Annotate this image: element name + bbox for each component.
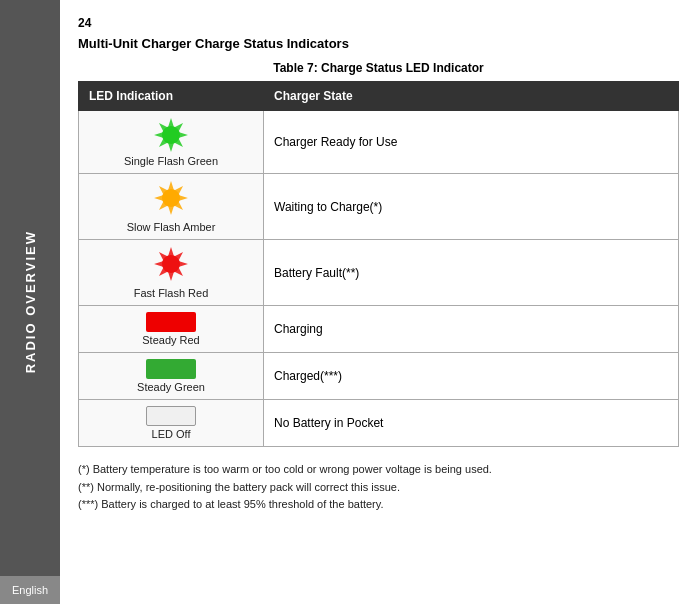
table-row: Fast Flash Red Battery Fault(**) — [79, 240, 679, 306]
state-cell: Charging — [264, 306, 679, 353]
led-label: Slow Flash Amber — [127, 221, 216, 233]
svg-point-3 — [162, 189, 180, 207]
footnote-line: (***) Battery is charged to at least 95%… — [78, 496, 679, 514]
table-row: Steady Green Charged(***) — [79, 353, 679, 400]
charge-status-table: LED Indication Charger State Single Flas… — [78, 81, 679, 447]
sidebar-bottom-label: English — [0, 576, 60, 604]
led-cell: Slow Flash Amber — [79, 174, 264, 240]
led-cell: Steady Red — [79, 306, 264, 353]
table-row: Single Flash Green Charger Ready for Use — [79, 111, 679, 174]
led-label: Fast Flash Red — [134, 287, 209, 299]
led-icon-wrap: LED Off — [89, 406, 253, 440]
led-cell: Steady Green — [79, 353, 264, 400]
state-cell: Waiting to Charge(*) — [264, 174, 679, 240]
led-label: Steady Green — [137, 381, 205, 393]
table-row: LED Off No Battery in Pocket — [79, 400, 679, 447]
led-cell: LED Off — [79, 400, 264, 447]
col-header-led: LED Indication — [79, 82, 264, 111]
state-cell: Charged(***) — [264, 353, 679, 400]
footnotes: (*) Battery temperature is too warm or t… — [78, 461, 679, 514]
led-icon-wrap: Steady Green — [89, 359, 253, 393]
led-label: Single Flash Green — [124, 155, 218, 167]
led-icon-wrap: Fast Flash Red — [89, 246, 253, 299]
state-cell: Battery Fault(**) — [264, 240, 679, 306]
table-row: Steady Red Charging — [79, 306, 679, 353]
led-icon-wrap: Steady Red — [89, 312, 253, 346]
led-cell: Fast Flash Red — [79, 240, 264, 306]
svg-point-1 — [162, 126, 180, 144]
footnote-line: (*) Battery temperature is too warm or t… — [78, 461, 679, 479]
main-content: 24 Multi-Unit Charger Charge Status Indi… — [60, 0, 697, 604]
page-title: Multi-Unit Charger Charge Status Indicat… — [78, 36, 679, 51]
col-header-state: Charger State — [264, 82, 679, 111]
footnote-line: (**) Normally, re-positioning the batter… — [78, 479, 679, 497]
state-cell: Charger Ready for Use — [264, 111, 679, 174]
sidebar: RADIO OVERVIEW English — [0, 0, 60, 604]
led-cell: Single Flash Green — [79, 111, 264, 174]
page-number: 24 — [78, 16, 679, 30]
sidebar-label: RADIO OVERVIEW — [23, 230, 38, 373]
table-title: Table 7: Charge Status LED Indicator — [78, 61, 679, 75]
table-row: Slow Flash Amber Waiting to Charge(*) — [79, 174, 679, 240]
led-label: LED Off — [152, 428, 191, 440]
state-cell: No Battery in Pocket — [264, 400, 679, 447]
svg-point-5 — [162, 255, 180, 273]
led-icon-wrap: Single Flash Green — [89, 117, 253, 167]
led-label: Steady Red — [142, 334, 199, 346]
led-icon-wrap: Slow Flash Amber — [89, 180, 253, 233]
